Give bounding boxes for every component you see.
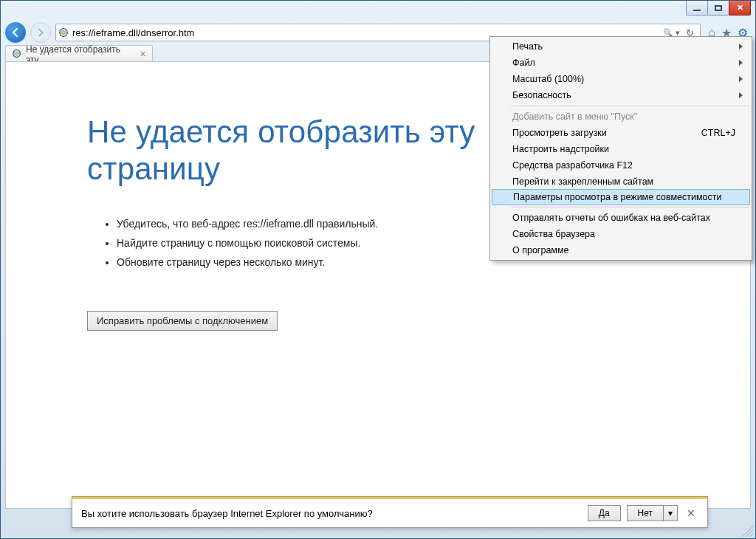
menu-item-label: Масштаб (100%) — [512, 74, 584, 84]
submenu-arrow-icon — [739, 60, 743, 66]
menu-item-label: Перейти к закрепленным сайтам — [512, 176, 653, 187]
tab-close-icon[interactable]: ✕ — [140, 49, 146, 59]
menu-item[interactable]: Перейти к закрепленным сайтам — [492, 174, 750, 190]
infobar-yes-button[interactable]: Да — [588, 505, 621, 521]
submenu-arrow-icon — [739, 92, 743, 98]
ie-favicon-icon — [56, 27, 71, 38]
menu-item-label: Печать — [512, 41, 543, 52]
menu-separator — [511, 207, 749, 207]
menu-item-label: Параметры просмотра в режиме совместимос… — [513, 192, 722, 202]
menu-item[interactable]: Просмотреть загрузкиCTRL+J — [492, 125, 750, 141]
default-browser-infobar: Вы хотите использовать браузер Internet … — [72, 496, 708, 528]
menu-item[interactable]: Настроить надстройки — [492, 141, 750, 157]
menu-shortcut: CTRL+J — [701, 128, 735, 138]
menu-item[interactable]: Отправлять отчеты об ошибках на веб-сайт… — [492, 210, 750, 226]
back-button[interactable] — [5, 22, 26, 43]
menu-item: Добавить сайт в меню "Пуск" — [492, 109, 750, 125]
menu-item[interactable]: О программе — [492, 242, 750, 258]
submenu-arrow-icon — [739, 76, 743, 82]
menu-separator — [511, 106, 749, 106]
infobar-no-split-button[interactable]: Нет ▾ — [627, 505, 678, 521]
fix-connection-button[interactable]: Исправить проблемы с подключением — [87, 311, 278, 331]
close-button[interactable] — [729, 1, 751, 16]
minimize-button[interactable] — [686, 1, 708, 16]
infobar-text: Вы хотите использовать браузер Internet … — [81, 508, 373, 519]
menu-item-label: Средства разработчика F12 — [512, 160, 633, 171]
browser-tab[interactable]: Не удается отобразить эту... ✕ — [5, 45, 153, 63]
menu-item[interactable]: Средства разработчика F12 — [492, 157, 750, 174]
forward-button[interactable] — [30, 22, 51, 43]
menu-item[interactable]: Параметры просмотра в режиме совместимос… — [492, 189, 750, 205]
infobar-no-dropdown[interactable]: ▾ — [664, 505, 678, 521]
menu-item[interactable]: Свойства браузера — [492, 226, 750, 242]
menu-item-label: Свойства браузера — [512, 229, 595, 239]
window-controls — [687, 1, 751, 16]
menu-item-label: Файл — [512, 58, 535, 68]
maximize-button[interactable] — [707, 1, 729, 16]
menu-item-label: Просмотреть загрузки — [512, 128, 607, 138]
submenu-arrow-icon — [739, 44, 743, 49]
menu-item[interactable]: Масштаб (100%) — [492, 71, 750, 87]
browser-window: 🔍 ▾ ↻ ⌂ ★ ⚙ Не удается отобразить эту...… — [0, 0, 756, 539]
menu-item[interactable]: Печать — [492, 38, 750, 55]
menu-item-label: Добавить сайт в меню "Пуск" — [512, 111, 637, 122]
menu-item-label: Безопасность — [512, 90, 571, 100]
menu-item-label: О программе — [512, 245, 568, 255]
ie-favicon-icon — [12, 49, 21, 61]
infobar-no-button[interactable]: Нет — [627, 505, 664, 521]
menu-item[interactable]: Файл — [492, 55, 750, 71]
menu-item-label: Настроить надстройки — [512, 144, 609, 154]
resize-grip-icon[interactable] — [742, 525, 754, 537]
infobar-close-icon[interactable]: ✕ — [684, 507, 698, 519]
menu-item[interactable]: Безопасность — [492, 87, 750, 103]
tools-menu: ПечатьФайлМасштаб (100%)БезопасностьДоба… — [489, 36, 752, 261]
menu-item-label: Отправлять отчеты об ошибках на веб-сайт… — [512, 213, 710, 223]
